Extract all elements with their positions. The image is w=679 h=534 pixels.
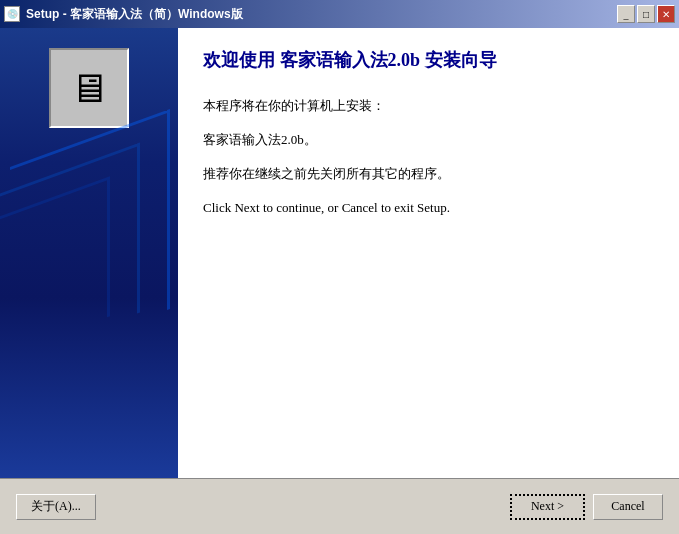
minimize-button[interactable]: _: [617, 5, 635, 23]
bottom-bar: 关于(A)... Next > Cancel: [0, 478, 679, 534]
welcome-title: 欢迎使用 客家语输入法2.0b 安装向导: [203, 48, 654, 73]
left-decorative-panel: 🖥: [0, 28, 178, 478]
computer-icon: 🖥: [49, 48, 129, 128]
welcome-line1: 本程序将在你的计算机上安装：: [203, 93, 654, 119]
next-button[interactable]: Next >: [510, 494, 585, 520]
welcome-line3: 推荐你在继续之前先关闭所有其它的程序。: [203, 161, 654, 187]
title-icon: 💿: [4, 6, 20, 22]
close-button[interactable]: ✕: [657, 5, 675, 23]
bottom-right-buttons: Next > Cancel: [510, 494, 663, 520]
window-title: Setup - 客家语输入法（简）Windows版: [26, 6, 243, 23]
right-content-panel: 欢迎使用 客家语输入法2.0b 安装向导 本程序将在你的计算机上安装： 客家语输…: [178, 28, 679, 478]
panel-arrows: [0, 138, 178, 478]
welcome-body: 本程序将在你的计算机上安装： 客家语输入法2.0b。 推荐你在继续之前先关闭所有…: [203, 93, 654, 229]
content-area: 🖥 欢迎使用 客家语输入法2.0b 安装向导 本程序将在你的计算机上安装： 客家…: [0, 28, 679, 478]
cancel-button[interactable]: Cancel: [593, 494, 663, 520]
title-controls: _ □ ✕: [617, 5, 675, 23]
window-body: 🖥 欢迎使用 客家语输入法2.0b 安装向导 本程序将在你的计算机上安装： 客家…: [0, 28, 679, 534]
about-button[interactable]: 关于(A)...: [16, 494, 96, 520]
welcome-line2: 客家语输入法2.0b。: [203, 127, 654, 153]
maximize-button[interactable]: □: [637, 5, 655, 23]
title-bar: 💿 Setup - 客家语输入法（简）Windows版 _ □ ✕: [0, 0, 679, 28]
title-text: 💿 Setup - 客家语输入法（简）Windows版: [4, 6, 243, 23]
welcome-line4: Click Next to continue, or Cancel to exi…: [203, 195, 654, 221]
